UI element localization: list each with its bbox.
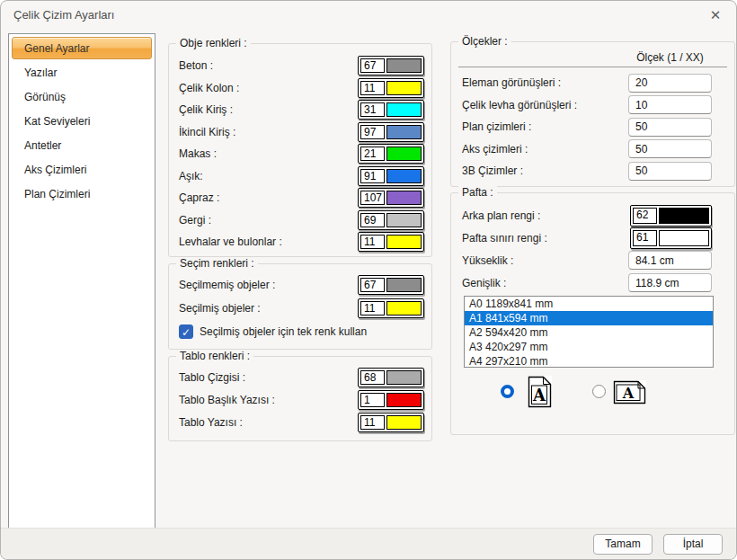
plan-cizimleri-input[interactable] [628, 118, 712, 137]
color-row-makas: Makas : 21 [169, 143, 431, 165]
table-colors-group-title: Tablo renkleri : [176, 350, 253, 362]
celik-kolon-color-index: 11 [360, 81, 385, 95]
celik-levha-gorunusleri-input[interactable] [628, 95, 712, 114]
color-row-pafta-siniri: Pafta sınırı rengi : 61 [451, 227, 734, 249]
secilmemis-color-swatch [386, 278, 422, 292]
celik-kolon-label: Çelik Kolon : [179, 82, 239, 94]
capraz-color-swatch [386, 191, 422, 205]
tablo-cizgisi-label: Tablo Çizgisi : [179, 371, 245, 384]
sheet-width-row: Genişlik : [451, 271, 734, 294]
beton-color-button[interactable]: 67 [358, 56, 424, 76]
paper-size-listbox[interactable]: A0 1189x841 mm A1 841x594 mm A2 594x420 … [464, 296, 714, 368]
gergi-color-button[interactable]: 69 [358, 210, 424, 230]
arka-plan-rengi-color-button[interactable]: 62 [630, 205, 712, 227]
color-row-gergi: Gergi : 69 [169, 209, 431, 232]
sidebar-item-aks-cizimleri[interactable]: Aks Çizimleri [9, 157, 155, 182]
tablo-yazisi-color-swatch [386, 415, 422, 430]
sidebar-item-kat-seviyeleri[interactable]: Kat Seviyeleri [9, 109, 155, 133]
pafta-siniri-color-swatch [659, 230, 709, 246]
capraz-color-index: 107 [360, 191, 385, 205]
scales-group-title: Ölçekler : [458, 35, 511, 48]
levhalar-color-index: 11 [360, 235, 385, 249]
title-bar: Çelik Çizim Ayarları ✕ [1, 1, 736, 30]
makas-color-swatch [386, 147, 422, 161]
object-colors-group-title: Obje renkleri : [176, 37, 251, 49]
arka-plan-color-index: 62 [633, 208, 657, 224]
genislik-label: Genişlik : [462, 277, 506, 289]
eleman-gorunusleri-input[interactable] [628, 74, 712, 93]
sidebar-item-gorunus[interactable]: Görünüş [9, 84, 155, 109]
tablo-baslik-color-button[interactable]: 1 [358, 390, 424, 410]
pafta-siniri-rengi-label: Pafta sınırı rengi : [462, 232, 547, 244]
tablo-baslik-label: Tablo Başlık Yazısı : [179, 394, 275, 406]
secilmis-label: Seçilmiş objeler : [179, 302, 261, 315]
asik-color-index: 91 [360, 169, 385, 183]
celik-kiris-color-button[interactable]: 31 [358, 100, 424, 120]
ikincil-kiris-color-index: 97 [360, 125, 385, 139]
celik-cizim-ayarlari-dialog: Çelik Çizim Ayarları ✕ Genel Ayarlar Yaz… [0, 0, 737, 560]
single-color-checkbox-row[interactable]: ✓ Seçilmiş objeler için tek renk kullan [169, 320, 431, 343]
beton-color-index: 67 [360, 58, 385, 73]
eleman-gorunusleri-label: Eleman görünüşleri : [462, 76, 561, 89]
selection-colors-group-title: Seçim renkleri : [176, 257, 258, 270]
paper-size-option-a0[interactable]: A0 1189x841 mm [465, 297, 713, 311]
genislik-input[interactable] [628, 273, 712, 292]
portrait-page-icon[interactable]: A [528, 376, 552, 408]
svg-text:A: A [532, 386, 546, 404]
tablo-yazisi-color-index: 11 [360, 415, 385, 430]
sheet-group-title: Pafta : [458, 186, 497, 199]
paper-size-option-a1[interactable]: A1 841x594 mm [465, 311, 713, 325]
dialog-footer: Tamam İptal [1, 528, 736, 559]
pafta-siniri-rengi-color-button[interactable]: 61 [630, 227, 712, 249]
secilmemis-color-button[interactable]: 67 [358, 275, 424, 295]
plan-cizimleri-label: Plan çizimleri : [462, 120, 531, 133]
paper-size-option-a3[interactable]: A3 420x297 mm [465, 340, 713, 354]
ikincil-kiris-label: İkincil Kiriş : [179, 126, 235, 138]
gergi-label: Gergi : [179, 214, 211, 227]
color-row-ikincil-kiris: İkincil Kiriş : 97 [169, 121, 431, 144]
makas-label: Makas : [179, 147, 217, 160]
gergi-color-swatch [386, 213, 422, 227]
color-row-arka-plan: Arka plan rengi : 62 [451, 204, 734, 227]
secilmis-color-button[interactable]: 11 [358, 298, 424, 318]
color-row-tablo-baslik: Tablo Başlık Yazısı : 1 [169, 388, 431, 411]
sidebar-item-yazilar[interactable]: Yazılar [9, 60, 155, 84]
radio-landscape[interactable] [592, 385, 606, 398]
yukseklik-input[interactable] [628, 251, 712, 270]
landscape-page-icon[interactable]: A [613, 380, 646, 404]
asik-color-button[interactable]: 91 [358, 166, 424, 186]
sidebar-item-plan-cizimleri[interactable]: Plan Çizimleri [9, 182, 155, 206]
ikincil-kiris-color-swatch [386, 125, 422, 139]
close-icon[interactable]: ✕ [706, 5, 725, 25]
radio-portrait[interactable] [501, 385, 514, 398]
ikincil-kiris-color-button[interactable]: 97 [358, 122, 424, 142]
ok-button[interactable]: Tamam [593, 534, 653, 555]
paper-size-option-a2[interactable]: A2 594x420 mm [465, 325, 713, 340]
celik-levha-gorunusleri-label: Çelik levha görünüşleri : [462, 99, 577, 111]
celik-kolon-color-button[interactable]: 11 [358, 78, 424, 98]
tablo-cizgisi-color-button[interactable]: 68 [358, 368, 424, 387]
checkbox-checked-icon[interactable]: ✓ [179, 324, 193, 339]
sidebar-item-antetler[interactable]: Antetler [9, 133, 155, 157]
capraz-color-button[interactable]: 107 [358, 188, 424, 208]
ucb-cizimler-input[interactable] [628, 162, 712, 181]
levhalar-color-button[interactable]: 11 [358, 232, 424, 252]
paper-size-option-a4[interactable]: A4 297x210 mm [465, 354, 713, 368]
sidebar-item-genel-ayarlar[interactable]: Genel Ayarlar [12, 37, 152, 59]
asik-label: Aşık: [179, 170, 203, 182]
sheet-group: Pafta : Arka plan rengi : 62 Pafta sınır… [450, 192, 735, 435]
svg-text:A: A [622, 385, 635, 402]
scale-row-3b-cizimler: 3B Çizimler : [451, 160, 734, 182]
makas-color-button[interactable]: 21 [358, 144, 424, 164]
single-color-checkbox-label: Seçilmiş objeler için tek renk kullan [200, 325, 367, 338]
arka-plan-color-swatch [659, 208, 709, 224]
celik-kolon-color-swatch [386, 81, 422, 95]
tablo-cizgisi-color-swatch [386, 370, 422, 385]
tablo-baslik-color-index: 1 [360, 393, 385, 407]
tablo-yazisi-color-button[interactable]: 11 [358, 413, 424, 432]
aks-cizimleri-input[interactable] [628, 139, 712, 158]
cancel-button[interactable]: İptal [663, 534, 723, 555]
table-colors-group: Tablo renkleri : Tablo Çizgisi : 68 Tabl… [168, 356, 432, 441]
pafta-siniri-color-index: 61 [633, 230, 657, 246]
celik-kiris-color-swatch [386, 102, 422, 117]
